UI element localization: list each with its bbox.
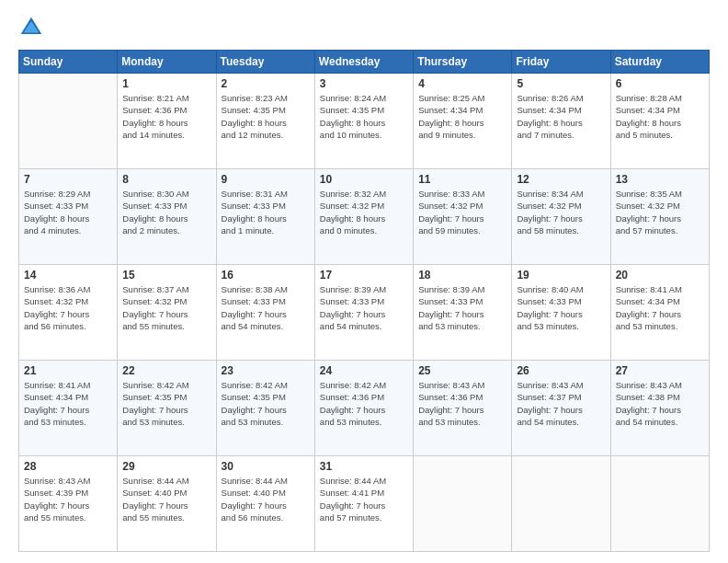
day-info: Sunrise: 8:33 AMSunset: 4:32 PMDaylight:… [418, 188, 506, 236]
day-header-monday: Monday [118, 51, 216, 74]
day-info: Sunrise: 8:39 AMSunset: 4:33 PMDaylight:… [418, 283, 506, 332]
day-info: Sunrise: 8:25 AMSunset: 4:34 PMDaylight:… [418, 92, 506, 141]
calendar-cell: 19Sunrise: 8:40 AMSunset: 4:33 PMDayligh… [512, 265, 610, 361]
day-info: Sunrise: 8:28 AMSunset: 4:34 PMDaylight:… [616, 92, 704, 141]
calendar-cell: 22Sunrise: 8:42 AMSunset: 4:35 PMDayligh… [118, 361, 216, 456]
day-number: 20 [616, 269, 704, 282]
page: SundayMondayTuesdayWednesdayThursdayFrid… [0, 0, 728, 563]
day-info: Sunrise: 8:34 AMSunset: 4:32 PMDaylight:… [517, 188, 605, 236]
calendar-cell: 25Sunrise: 8:43 AMSunset: 4:36 PMDayligh… [414, 361, 512, 456]
calendar-cell: 13Sunrise: 8:35 AMSunset: 4:32 PMDayligh… [610, 169, 709, 265]
day-number: 24 [320, 364, 408, 377]
calendar-cell: 2Sunrise: 8:23 AMSunset: 4:35 PMDaylight… [216, 74, 314, 169]
calendar-cell [610, 456, 709, 552]
calendar-cell: 18Sunrise: 8:39 AMSunset: 4:33 PMDayligh… [414, 265, 512, 361]
calendar-cell: 15Sunrise: 8:37 AMSunset: 4:32 PMDayligh… [118, 265, 216, 361]
day-info: Sunrise: 8:23 AMSunset: 4:35 PMDaylight:… [222, 92, 310, 141]
day-number: 15 [122, 269, 210, 282]
day-number: 31 [320, 460, 408, 473]
calendar-cell: 7Sunrise: 8:29 AMSunset: 4:33 PMDaylight… [19, 169, 118, 265]
calendar-cell: 24Sunrise: 8:42 AMSunset: 4:36 PMDayligh… [314, 361, 413, 456]
calendar-week-row: 1Sunrise: 8:21 AMSunset: 4:36 PMDaylight… [19, 74, 710, 169]
day-info: Sunrise: 8:43 AMSunset: 4:38 PMDaylight:… [616, 379, 704, 428]
day-info: Sunrise: 8:42 AMSunset: 4:35 PMDaylight:… [222, 379, 310, 428]
day-number: 19 [517, 269, 605, 282]
day-info: Sunrise: 8:43 AMSunset: 4:39 PMDaylight:… [24, 475, 112, 523]
day-info: Sunrise: 8:21 AMSunset: 4:36 PMDaylight:… [122, 92, 210, 141]
day-info: Sunrise: 8:36 AMSunset: 4:32 PMDaylight:… [24, 283, 112, 332]
day-info: Sunrise: 8:32 AMSunset: 4:32 PMDaylight:… [320, 188, 408, 236]
calendar-cell: 17Sunrise: 8:39 AMSunset: 4:33 PMDayligh… [314, 265, 413, 361]
day-header-thursday: Thursday [414, 51, 512, 74]
calendar-cell: 31Sunrise: 8:44 AMSunset: 4:41 PMDayligh… [314, 456, 413, 552]
day-info: Sunrise: 8:26 AMSunset: 4:34 PMDaylight:… [517, 92, 605, 141]
calendar-cell: 28Sunrise: 8:43 AMSunset: 4:39 PMDayligh… [19, 456, 118, 552]
calendar-cell: 11Sunrise: 8:33 AMSunset: 4:32 PMDayligh… [414, 169, 512, 265]
day-number: 12 [517, 173, 605, 186]
day-number: 17 [320, 269, 408, 282]
day-number: 10 [320, 173, 408, 186]
day-header-friday: Friday [512, 51, 610, 74]
day-number: 1 [122, 77, 210, 90]
logo-icon [18, 15, 44, 40]
calendar-cell: 20Sunrise: 8:41 AMSunset: 4:34 PMDayligh… [610, 265, 709, 361]
day-number: 23 [222, 364, 310, 377]
calendar-week-row: 28Sunrise: 8:43 AMSunset: 4:39 PMDayligh… [19, 456, 710, 552]
calendar-cell: 16Sunrise: 8:38 AMSunset: 4:33 PMDayligh… [216, 265, 314, 361]
calendar-cell: 3Sunrise: 8:24 AMSunset: 4:35 PMDaylight… [314, 74, 413, 169]
day-number: 28 [24, 460, 112, 473]
day-info: Sunrise: 8:43 AMSunset: 4:36 PMDaylight:… [418, 379, 506, 428]
day-number: 8 [122, 173, 210, 186]
calendar-cell: 30Sunrise: 8:44 AMSunset: 4:40 PMDayligh… [216, 456, 314, 552]
calendar-cell: 26Sunrise: 8:43 AMSunset: 4:37 PMDayligh… [512, 361, 610, 456]
calendar-cell: 14Sunrise: 8:36 AMSunset: 4:32 PMDayligh… [19, 265, 118, 361]
day-info: Sunrise: 8:44 AMSunset: 4:41 PMDaylight:… [320, 475, 408, 523]
day-info: Sunrise: 8:42 AMSunset: 4:36 PMDaylight:… [320, 379, 408, 428]
day-number: 5 [517, 77, 605, 90]
calendar-cell: 9Sunrise: 8:31 AMSunset: 4:33 PMDaylight… [216, 169, 314, 265]
day-info: Sunrise: 8:44 AMSunset: 4:40 PMDaylight:… [222, 475, 310, 523]
day-info: Sunrise: 8:43 AMSunset: 4:37 PMDaylight:… [517, 379, 605, 428]
day-number: 16 [222, 269, 310, 282]
calendar-cell: 29Sunrise: 8:44 AMSunset: 4:40 PMDayligh… [118, 456, 216, 552]
day-number: 29 [122, 460, 210, 473]
calendar-table: SundayMondayTuesdayWednesdayThursdayFrid… [18, 50, 710, 552]
day-info: Sunrise: 8:41 AMSunset: 4:34 PMDaylight:… [616, 283, 704, 332]
day-info: Sunrise: 8:44 AMSunset: 4:40 PMDaylight:… [122, 475, 210, 523]
day-number: 13 [616, 173, 704, 186]
day-number: 18 [418, 269, 506, 282]
calendar-cell [414, 456, 512, 552]
day-number: 25 [418, 364, 506, 377]
day-number: 14 [24, 269, 112, 282]
day-info: Sunrise: 8:37 AMSunset: 4:32 PMDaylight:… [122, 283, 210, 332]
calendar-cell: 27Sunrise: 8:43 AMSunset: 4:38 PMDayligh… [610, 361, 709, 456]
day-number: 7 [24, 173, 112, 186]
day-number: 22 [122, 364, 210, 377]
day-header-wednesday: Wednesday [314, 51, 413, 74]
calendar-cell: 6Sunrise: 8:28 AMSunset: 4:34 PMDaylight… [610, 74, 709, 169]
day-number: 6 [616, 77, 704, 90]
calendar-cell [512, 456, 610, 552]
day-info: Sunrise: 8:30 AMSunset: 4:33 PMDaylight:… [122, 188, 210, 236]
day-header-saturday: Saturday [610, 51, 709, 74]
day-header-tuesday: Tuesday [216, 51, 314, 74]
day-number: 26 [517, 364, 605, 377]
day-info: Sunrise: 8:31 AMSunset: 4:33 PMDaylight:… [222, 188, 310, 236]
day-number: 27 [616, 364, 704, 377]
calendar-cell: 12Sunrise: 8:34 AMSunset: 4:32 PMDayligh… [512, 169, 610, 265]
day-header-sunday: Sunday [19, 51, 118, 74]
calendar-cell: 21Sunrise: 8:41 AMSunset: 4:34 PMDayligh… [19, 361, 118, 456]
day-info: Sunrise: 8:42 AMSunset: 4:35 PMDaylight:… [122, 379, 210, 428]
day-info: Sunrise: 8:24 AMSunset: 4:35 PMDaylight:… [320, 92, 408, 141]
day-number: 30 [222, 460, 310, 473]
calendar-cell: 10Sunrise: 8:32 AMSunset: 4:32 PMDayligh… [314, 169, 413, 265]
calendar-cell: 4Sunrise: 8:25 AMSunset: 4:34 PMDaylight… [414, 74, 512, 169]
calendar-cell: 1Sunrise: 8:21 AMSunset: 4:36 PMDaylight… [118, 74, 216, 169]
day-number: 2 [222, 77, 310, 90]
calendar-cell: 23Sunrise: 8:42 AMSunset: 4:35 PMDayligh… [216, 361, 314, 456]
day-info: Sunrise: 8:35 AMSunset: 4:32 PMDaylight:… [616, 188, 704, 236]
calendar-cell [19, 74, 118, 169]
calendar-cell: 8Sunrise: 8:30 AMSunset: 4:33 PMDaylight… [118, 169, 216, 265]
day-number: 4 [418, 77, 506, 90]
header [18, 15, 710, 40]
